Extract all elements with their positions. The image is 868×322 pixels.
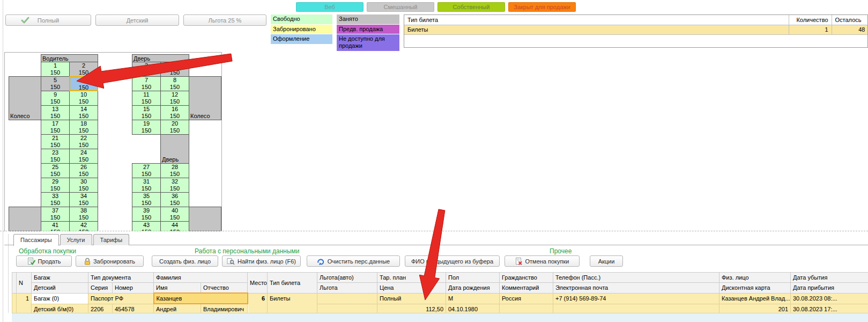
seat-price: 150 [132, 185, 160, 192]
seat-33[interactable]: 33150 [41, 192, 70, 207]
column-header: Тар. план [377, 273, 446, 283]
passenger-cell[interactable]: М [446, 293, 500, 304]
tab-2[interactable]: Услуги [60, 234, 92, 245]
tab-3[interactable]: Тарифы [93, 234, 130, 245]
legend-item: Оформление [271, 34, 332, 44]
seat-37[interactable]: 37150 [41, 207, 70, 222]
column-header: Телефон (Пасс.) [553, 273, 719, 283]
seat-15[interactable]: 15150 [132, 105, 161, 120]
seat-31[interactable]: 31150 [132, 178, 161, 193]
seat-4[interactable]: 4150 [160, 62, 189, 77]
seat-41[interactable]: 41150 [41, 221, 70, 231]
seat-38[interactable]: 38150 [69, 207, 98, 222]
seat-7[interactable]: 7150 [132, 76, 161, 91]
seat-8[interactable]: 8150 [160, 76, 189, 91]
seat-16[interactable]: 16150 [160, 105, 189, 120]
seat-17[interactable]: 17150 [41, 120, 70, 135]
seat-2[interactable]: 2150 [69, 62, 98, 77]
toolbar-button-7[interactable]: Отмена покупки [505, 255, 580, 267]
ticket-remaining-value[interactable]: 48 [832, 25, 868, 34]
legend-item: Не доступно для продажи [337, 34, 399, 51]
route-type-button-4[interactable]: Закрыт для продажи [508, 2, 576, 12]
passenger-cell[interactable]: Билеты [268, 293, 317, 314]
passenger-cell[interactable]: Россия [500, 293, 553, 304]
seat-12[interactable]: 12150 [160, 91, 189, 106]
seat-25[interactable]: 25150 [41, 163, 70, 178]
passenger-cell[interactable]: Казанцев Андрей Влад... [719, 293, 791, 304]
seat-6[interactable]: 6150 [69, 76, 98, 91]
toolbar-button-4[interactable]: Найти физ. лицо (F6) [222, 255, 301, 267]
seat-24[interactable]: 24150 [69, 149, 98, 164]
seat-42[interactable]: 42150 [69, 221, 98, 231]
toolbar-button-8[interactable]: Акции [590, 255, 623, 267]
seat-27[interactable]: 27150 [132, 163, 161, 178]
seat-18[interactable]: 18150 [69, 120, 98, 135]
seat-price: 150 [70, 156, 98, 163]
toolbar-button-3[interactable]: Создать физ. лицо [152, 255, 218, 267]
tab-1[interactable]: Пассажиры [13, 234, 59, 246]
driver-block: Водитель [41, 54, 98, 62]
passenger-cell[interactable]: 30.08.2023 08:... [791, 293, 868, 304]
passenger-cell[interactable] [317, 293, 377, 304]
column-subheader: Серия [88, 283, 113, 294]
legend-item: Свободно [271, 14, 332, 24]
passenger-cell[interactable]: Паспорт РФ [88, 293, 154, 304]
passenger-cell[interactable]: Полный [377, 293, 446, 304]
tariff-button-1[interactable]: Полный [5, 14, 91, 26]
seat-3[interactable]: 3150 [132, 62, 161, 77]
seat-44[interactable]: 44150 [160, 221, 189, 231]
route-type-button-1[interactable]: Веб [296, 2, 363, 12]
seat-29[interactable]: 29150 [41, 178, 70, 193]
seat-26[interactable]: 26150 [69, 163, 98, 178]
lock-icon [84, 258, 91, 265]
seat-32[interactable]: 32150 [160, 178, 189, 193]
toolbar-button-6[interactable]: ФИО предыдущего из буфера [405, 255, 500, 267]
seat-23[interactable]: 23150 [41, 149, 70, 164]
seat-40[interactable]: 40150 [160, 207, 189, 222]
legend-item: Предв. продажа [337, 25, 399, 34]
seat-10[interactable]: 10150 [69, 91, 98, 106]
seat-number: 16 [161, 106, 189, 113]
tariff-button-2[interactable]: Детский [95, 14, 179, 26]
seat-number: 6 [70, 77, 97, 84]
passenger-cell[interactable]: Казанцев [154, 293, 248, 304]
seat-34[interactable]: 34150 [69, 192, 98, 207]
seat-35[interactable]: 35150 [132, 192, 161, 207]
seat-1[interactable]: 1150 [41, 62, 70, 77]
seat-number: 39 [132, 207, 160, 214]
passenger-cell[interactable]: +7 (914) 569-89-74 [553, 293, 719, 304]
seat-22[interactable]: 22150 [69, 134, 98, 149]
route-type-button-2[interactable]: Смешанный [367, 2, 434, 12]
toolbar-button-5[interactable]: Очистить перс.данные [307, 255, 400, 267]
tariff-button-3[interactable]: Льгота 25 % [183, 14, 266, 26]
seat-28[interactable]: 28150 [160, 163, 189, 178]
toolbar-button-2[interactable]: Забронировать [76, 255, 144, 267]
ticket-type-value[interactable]: Билеты [404, 25, 789, 34]
seat-39[interactable]: 39150 [132, 207, 161, 222]
passenger-cell[interactable]: 1 [17, 293, 32, 314]
ticket-qty-value[interactable]: 1 [789, 25, 832, 34]
seat-number: 41 [41, 222, 69, 229]
seat-11[interactable]: 11150 [132, 91, 161, 106]
column-header: Багаж [32, 273, 88, 283]
seat-number: 18 [70, 120, 98, 127]
horizontal-splitter[interactable] [0, 231, 868, 231]
seat-19[interactable]: 19150 [132, 120, 161, 135]
seat-9[interactable]: 9150 [41, 91, 70, 106]
seat-43[interactable]: 43150 [132, 221, 161, 231]
seat-20[interactable]: 20150 [160, 120, 189, 135]
seat-5[interactable]: 5150 [41, 76, 70, 91]
seat-30[interactable]: 30150 [69, 178, 98, 193]
column-remaining: Осталось [832, 15, 868, 25]
seat-36[interactable]: 36150 [160, 192, 189, 207]
passenger-cell[interactable]: Багаж (0) [32, 293, 88, 304]
seat-13[interactable]: 13150 [41, 105, 70, 120]
toolbar-button-1[interactable]: Продать [16, 255, 72, 267]
seat-price: 150 [132, 113, 160, 120]
seat-14[interactable]: 14150 [69, 105, 98, 120]
route-type-button-3[interactable]: Собственный [437, 2, 505, 12]
ticket-type-row[interactable]: Билеты 1 48 [404, 25, 868, 34]
seat-21[interactable]: 21150 [41, 134, 70, 149]
passenger-cell[interactable]: 6 [248, 293, 268, 314]
seat-number: 23 [41, 149, 69, 156]
